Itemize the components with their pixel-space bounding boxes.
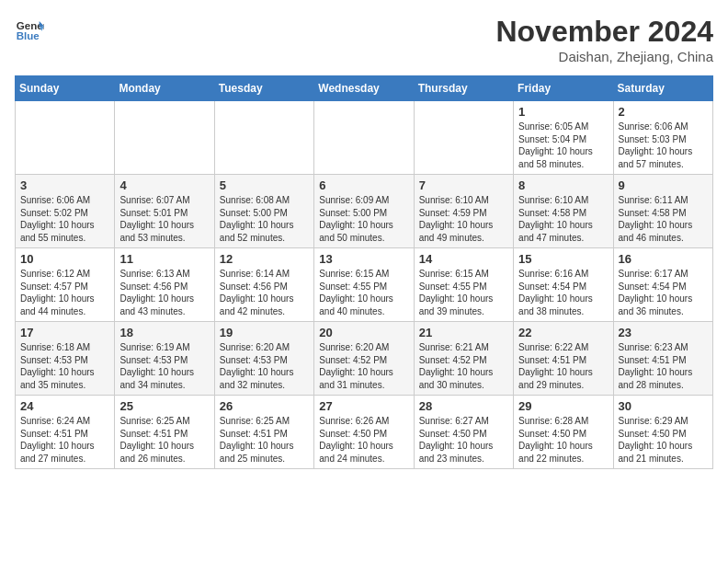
day-info: Sunrise: 6:25 AM Sunset: 4:51 PM Dayligh… <box>119 415 209 465</box>
day-number: 5 <box>220 178 309 192</box>
day-number: 2 <box>619 105 708 119</box>
page-header: General Blue November 2024 Daishan, Zhej… <box>15 15 713 64</box>
calendar-week-row: 10Sunrise: 6:12 AM Sunset: 4:57 PM Dayli… <box>16 248 713 322</box>
day-info: Sunrise: 6:21 AM Sunset: 4:52 PM Dayligh… <box>419 341 508 391</box>
day-number: 16 <box>619 252 708 266</box>
calendar-cell: 21Sunrise: 6:21 AM Sunset: 4:52 PM Dayli… <box>414 322 513 396</box>
day-info: Sunrise: 6:08 AM Sunset: 5:00 PM Dayligh… <box>220 194 309 244</box>
weekday-header: Thursday <box>414 76 513 101</box>
day-info: Sunrise: 6:24 AM Sunset: 4:51 PM Dayligh… <box>20 415 109 465</box>
day-number: 7 <box>419 178 508 192</box>
day-info: Sunrise: 6:10 AM Sunset: 4:59 PM Dayligh… <box>419 194 508 244</box>
day-number: 25 <box>119 399 209 413</box>
day-number: 14 <box>419 252 508 266</box>
calendar-cell: 2Sunrise: 6:06 AM Sunset: 5:03 PM Daylig… <box>613 101 712 175</box>
calendar-table: SundayMondayTuesdayWednesdayThursdayFrid… <box>15 75 713 469</box>
calendar-cell: 16Sunrise: 6:17 AM Sunset: 4:54 PM Dayli… <box>613 248 712 322</box>
day-number: 13 <box>319 252 408 266</box>
day-number: 24 <box>20 399 109 413</box>
day-number: 11 <box>119 252 209 266</box>
day-info: Sunrise: 6:23 AM Sunset: 4:51 PM Dayligh… <box>619 341 708 391</box>
day-info: Sunrise: 6:17 AM Sunset: 4:54 PM Dayligh… <box>619 268 708 317</box>
day-info: Sunrise: 6:09 AM Sunset: 5:00 PM Dayligh… <box>319 194 408 244</box>
day-info: Sunrise: 6:06 AM Sunset: 5:02 PM Dayligh… <box>20 194 109 244</box>
logo: General Blue <box>15 15 44 44</box>
calendar-cell <box>115 101 214 175</box>
calendar-cell: 14Sunrise: 6:15 AM Sunset: 4:55 PM Dayli… <box>414 248 513 322</box>
day-number: 30 <box>619 399 708 413</box>
month-title: November 2024 <box>495 15 713 49</box>
calendar-cell <box>214 101 313 175</box>
calendar-cell: 9Sunrise: 6:11 AM Sunset: 4:58 PM Daylig… <box>613 175 712 248</box>
day-number: 28 <box>419 399 508 413</box>
title-block: November 2024 Daishan, Zhejiang, China <box>495 15 713 64</box>
day-number: 26 <box>220 399 309 413</box>
calendar-cell: 6Sunrise: 6:09 AM Sunset: 5:00 PM Daylig… <box>314 175 414 248</box>
day-number: 22 <box>518 326 608 339</box>
calendar-cell: 17Sunrise: 6:18 AM Sunset: 4:53 PM Dayli… <box>16 322 115 396</box>
calendar-week-row: 1Sunrise: 6:05 AM Sunset: 5:04 PM Daylig… <box>16 101 713 175</box>
weekday-header: Tuesday <box>214 76 313 101</box>
day-number: 20 <box>319 326 408 339</box>
day-info: Sunrise: 6:22 AM Sunset: 4:51 PM Dayligh… <box>518 341 608 391</box>
day-info: Sunrise: 6:29 AM Sunset: 4:50 PM Dayligh… <box>619 415 708 465</box>
day-number: 23 <box>619 326 708 339</box>
day-number: 6 <box>319 178 408 192</box>
calendar-cell <box>16 101 115 175</box>
day-number: 15 <box>518 252 608 266</box>
day-info: Sunrise: 6:27 AM Sunset: 4:50 PM Dayligh… <box>419 415 508 465</box>
calendar-body: 1Sunrise: 6:05 AM Sunset: 5:04 PM Daylig… <box>16 101 713 469</box>
day-info: Sunrise: 6:20 AM Sunset: 4:52 PM Dayligh… <box>319 341 408 391</box>
day-number: 9 <box>619 178 708 192</box>
day-info: Sunrise: 6:20 AM Sunset: 4:53 PM Dayligh… <box>220 341 309 391</box>
day-number: 19 <box>220 326 309 339</box>
calendar-cell: 28Sunrise: 6:27 AM Sunset: 4:50 PM Dayli… <box>414 396 513 469</box>
day-number: 12 <box>220 252 309 266</box>
calendar-cell: 20Sunrise: 6:20 AM Sunset: 4:52 PM Dayli… <box>314 322 414 396</box>
location: Daishan, Zhejiang, China <box>495 49 713 64</box>
weekday-row: SundayMondayTuesdayWednesdayThursdayFrid… <box>16 76 713 101</box>
calendar-cell: 23Sunrise: 6:23 AM Sunset: 4:51 PM Dayli… <box>613 322 712 396</box>
day-number: 1 <box>518 105 608 119</box>
calendar-cell: 5Sunrise: 6:08 AM Sunset: 5:00 PM Daylig… <box>214 175 313 248</box>
calendar-cell: 22Sunrise: 6:22 AM Sunset: 4:51 PM Dayli… <box>514 322 613 396</box>
calendar-cell: 27Sunrise: 6:26 AM Sunset: 4:50 PM Dayli… <box>314 396 414 469</box>
calendar-cell: 18Sunrise: 6:19 AM Sunset: 4:53 PM Dayli… <box>115 322 214 396</box>
day-info: Sunrise: 6:18 AM Sunset: 4:53 PM Dayligh… <box>20 341 109 391</box>
calendar-cell: 24Sunrise: 6:24 AM Sunset: 4:51 PM Dayli… <box>16 396 115 469</box>
day-number: 4 <box>119 178 209 192</box>
day-info: Sunrise: 6:10 AM Sunset: 4:58 PM Dayligh… <box>518 194 608 244</box>
day-number: 18 <box>119 326 209 339</box>
calendar-cell: 12Sunrise: 6:14 AM Sunset: 4:56 PM Dayli… <box>214 248 313 322</box>
svg-text:Blue: Blue <box>17 30 40 41</box>
calendar-cell: 19Sunrise: 6:20 AM Sunset: 4:53 PM Dayli… <box>214 322 313 396</box>
calendar-week-row: 17Sunrise: 6:18 AM Sunset: 4:53 PM Dayli… <box>16 322 713 396</box>
calendar-cell: 30Sunrise: 6:29 AM Sunset: 4:50 PM Dayli… <box>613 396 712 469</box>
day-number: 17 <box>20 326 109 339</box>
calendar-cell: 13Sunrise: 6:15 AM Sunset: 4:55 PM Dayli… <box>314 248 414 322</box>
calendar-cell: 10Sunrise: 6:12 AM Sunset: 4:57 PM Dayli… <box>16 248 115 322</box>
calendar-cell: 25Sunrise: 6:25 AM Sunset: 4:51 PM Dayli… <box>115 396 214 469</box>
weekday-header: Sunday <box>16 76 115 101</box>
day-number: 10 <box>20 252 109 266</box>
day-number: 8 <box>518 178 608 192</box>
calendar-cell: 26Sunrise: 6:25 AM Sunset: 4:51 PM Dayli… <box>214 396 313 469</box>
day-info: Sunrise: 6:11 AM Sunset: 4:58 PM Dayligh… <box>619 194 708 244</box>
weekday-header: Monday <box>115 76 214 101</box>
weekday-header: Friday <box>514 76 613 101</box>
day-number: 27 <box>319 399 408 413</box>
calendar-cell: 7Sunrise: 6:10 AM Sunset: 4:59 PM Daylig… <box>414 175 513 248</box>
day-info: Sunrise: 6:26 AM Sunset: 4:50 PM Dayligh… <box>319 415 408 465</box>
calendar-header: SundayMondayTuesdayWednesdayThursdayFrid… <box>16 76 713 101</box>
calendar-cell <box>414 101 513 175</box>
day-info: Sunrise: 6:07 AM Sunset: 5:01 PM Dayligh… <box>119 194 209 244</box>
day-info: Sunrise: 6:05 AM Sunset: 5:04 PM Dayligh… <box>518 121 608 170</box>
day-info: Sunrise: 6:14 AM Sunset: 4:56 PM Dayligh… <box>220 268 309 317</box>
day-info: Sunrise: 6:19 AM Sunset: 4:53 PM Dayligh… <box>119 341 209 391</box>
calendar-cell: 3Sunrise: 6:06 AM Sunset: 5:02 PM Daylig… <box>16 175 115 248</box>
day-number: 21 <box>419 326 508 339</box>
calendar-cell: 1Sunrise: 6:05 AM Sunset: 5:04 PM Daylig… <box>514 101 613 175</box>
day-info: Sunrise: 6:12 AM Sunset: 4:57 PM Dayligh… <box>20 268 109 317</box>
day-info: Sunrise: 6:15 AM Sunset: 4:55 PM Dayligh… <box>319 268 408 317</box>
calendar-cell: 11Sunrise: 6:13 AM Sunset: 4:56 PM Dayli… <box>115 248 214 322</box>
